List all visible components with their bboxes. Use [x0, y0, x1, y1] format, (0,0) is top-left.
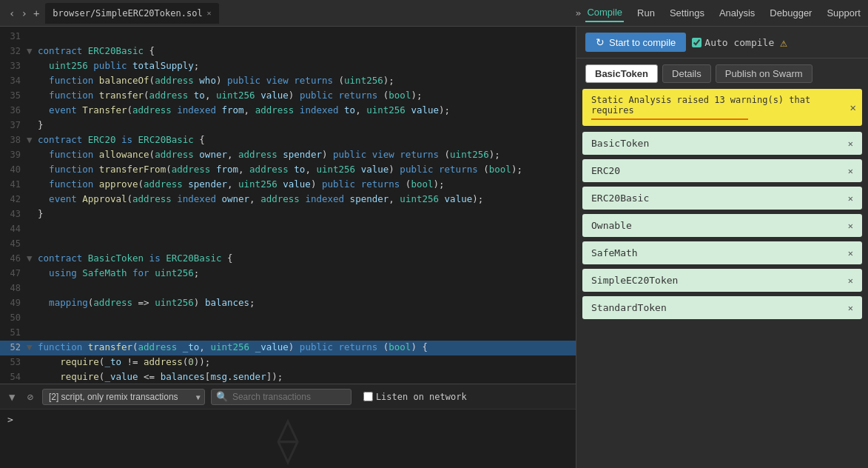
contract-name-safemath: SafeMath — [591, 247, 638, 258]
code-editor[interactable]: 31 32 ▼ contract ERC20Basic { 33 uint256… — [0, 27, 576, 384]
code-line: 39 function allowance(address owner, add… — [0, 148, 576, 163]
eth-watermark: ⟠ — [275, 413, 301, 465]
listen-network-text: Listen on network — [376, 392, 467, 402]
contract-name-ownable: Ownable — [591, 220, 632, 231]
back-arrow[interactable]: ‹ — [6, 7, 18, 19]
editor-panel: 31 32 ▼ contract ERC20Basic { 33 uint256… — [0, 27, 576, 468]
contract-tabs: BasicToken Details Publish on Swarm — [576, 58, 868, 89]
warning-bar: Static Analysis raised 13 warning(s) tha… — [582, 89, 862, 126]
contract-name-standardtoken: StandardToken — [591, 302, 667, 313]
code-line: 40 function transferFrom(address from, a… — [0, 163, 576, 178]
right-panel: ↻ Start to compile Auto compile ⚠ BasicT… — [576, 27, 868, 468]
menu-settings[interactable]: Settings — [668, 4, 706, 21]
tx-block-icon[interactable]: ⊘ — [24, 390, 36, 404]
compile-button[interactable]: ↻ Start to compile — [585, 33, 686, 52]
code-line: 41 function approve(address spender, uin… — [0, 178, 576, 193]
warning-triangle-icon: ⚠ — [780, 36, 787, 50]
contract-item-erc20[interactable]: ERC20 ✕ — [582, 159, 862, 182]
refresh-icon: ↻ — [596, 36, 605, 48]
code-line: 31 — [0, 30, 576, 44]
code-line: 43 } — [0, 207, 576, 222]
auto-compile-label[interactable]: Auto compile — [692, 37, 774, 48]
prompt-symbol: > — [7, 414, 13, 425]
code-line: 33 uint256 public totalSupply; — [0, 59, 576, 74]
contract-item-close-standardtoken[interactable]: ✕ — [848, 303, 853, 313]
tx-script-select[interactable]: [2] script, only remix transactions — [42, 389, 205, 405]
code-line: 47 using SafeMath for uint256; — [0, 267, 576, 281]
terminal-area: ⟠ > — [0, 409, 576, 468]
contract-name-simpleerc20token: SimpleEC20Token — [591, 275, 678, 286]
code-line: 53 require(_to != address(0)); — [0, 355, 576, 370]
warning-text: Static Analysis raised 13 warning(s) tha… — [591, 95, 810, 116]
code-line: 37 } — [0, 118, 576, 133]
code-line: 50 — [0, 311, 576, 326]
code-line: 34 function balanceOf(address who) publi… — [0, 74, 576, 89]
tab-close-icon[interactable]: ✕ — [207, 9, 212, 17]
code-line: 44 — [0, 222, 576, 237]
code-line: 52 ▼ function transfer(address _to, uint… — [0, 341, 576, 355]
code-line: 36 event Transfer(address indexed from, … — [0, 104, 576, 118]
nav-menu: Compile Run Settings Analysis Debugger S… — [585, 4, 862, 22]
menu-support[interactable]: Support — [825, 4, 862, 21]
nav-dots[interactable]: » — [571, 7, 586, 19]
contract-item-erc20basic[interactable]: ERC20Basic ✕ — [582, 187, 862, 210]
code-line: 49 mapping(address => uint256) balances; — [0, 296, 576, 311]
compile-btn-label: Start to compile — [609, 37, 676, 48]
contract-item-close-ownable[interactable]: ✕ — [848, 221, 853, 231]
contract-item-safemath[interactable]: SafeMath ✕ — [582, 241, 862, 264]
main-area: 31 32 ▼ contract ERC20Basic { 33 uint256… — [0, 27, 868, 468]
auto-compile-text: Auto compile — [704, 37, 774, 48]
code-line: 54 require(_value <= balances[msg.sender… — [0, 370, 576, 384]
publish-on-swarm-button[interactable]: Publish on Swarm — [716, 64, 813, 83]
code-line: 45 — [0, 237, 576, 252]
contract-item-standardtoken[interactable]: StandardToken ✕ — [582, 296, 862, 319]
code-line: 42 event Approval(address indexed owner,… — [0, 193, 576, 207]
code-line: 48 — [0, 281, 576, 296]
code-line: 35 function transfer(address to, uint256… — [0, 89, 576, 104]
contract-item-basictoken[interactable]: BasicToken ✕ — [582, 132, 862, 155]
fwd-arrow[interactable]: › — [18, 7, 30, 19]
tx-select-wrap: [2] script, only remix transactions ▼ — [42, 389, 205, 405]
contract-item-close-safemath[interactable]: ✕ — [848, 248, 853, 258]
pin-icon[interactable]: + — [30, 7, 42, 19]
menu-debugger[interactable]: Debugger — [768, 4, 813, 21]
contract-item-close-basictoken[interactable]: ✕ — [848, 138, 853, 149]
auto-compile-checkbox[interactable] — [692, 38, 702, 47]
search-input[interactable] — [228, 390, 346, 404]
active-contract-tab[interactable]: BasicToken — [585, 64, 658, 83]
editor-tab[interactable]: browser/SimpleERC20Token.sol ✕ — [45, 3, 218, 24]
warning-underline — [591, 118, 748, 120]
details-button[interactable]: Details — [662, 64, 711, 83]
tx-search-wrap: 🔍 — [211, 389, 351, 405]
code-line: 32 ▼ contract ERC20Basic { — [0, 44, 576, 59]
contracts-list: BasicToken ✕ ERC20 ✕ ERC20Basic ✕ Ownabl… — [576, 132, 868, 468]
listen-network-label[interactable]: Listen on network — [363, 392, 467, 402]
contract-name-basictoken: BasicToken — [591, 138, 649, 149]
contract-item-ownable[interactable]: Ownable ✕ — [582, 214, 862, 237]
contract-item-close-simpleerc20token[interactable]: ✕ — [848, 275, 853, 286]
warning-close-icon[interactable]: ✕ — [850, 101, 856, 113]
contract-item-close-erc20[interactable]: ✕ — [848, 166, 853, 176]
menu-analysis[interactable]: Analysis — [718, 4, 756, 21]
contract-item-simpleerc20token[interactable]: SimpleEC20Token ✕ — [582, 269, 862, 292]
tab-label: browser/SimpleERC20Token.sol — [53, 8, 202, 19]
tx-down-icon[interactable]: ▼ — [6, 390, 18, 404]
menu-compile[interactable]: Compile — [585, 4, 624, 22]
listen-network-checkbox[interactable] — [363, 392, 373, 401]
code-line: 46 ▼ contract BasicToken is ERC20Basic { — [0, 252, 576, 267]
top-nav: ‹ › + browser/SimpleERC20Token.sol ✕ » C… — [0, 0, 868, 27]
code-line: 38 ▼ contract ERC20 is ERC20Basic { — [0, 133, 576, 148]
contract-item-close-erc20basic[interactable]: ✕ — [848, 193, 853, 204]
search-icon: 🔍 — [216, 391, 228, 402]
menu-run[interactable]: Run — [636, 4, 656, 21]
compile-bar: ↻ Start to compile Auto compile ⚠ — [576, 27, 868, 58]
contract-name-erc20basic: ERC20Basic — [591, 193, 649, 204]
code-line: 51 — [0, 326, 576, 341]
tx-bar: ▼ ⊘ [2] script, only remix transactions … — [0, 384, 576, 409]
contract-name-erc20: ERC20 — [591, 165, 620, 176]
